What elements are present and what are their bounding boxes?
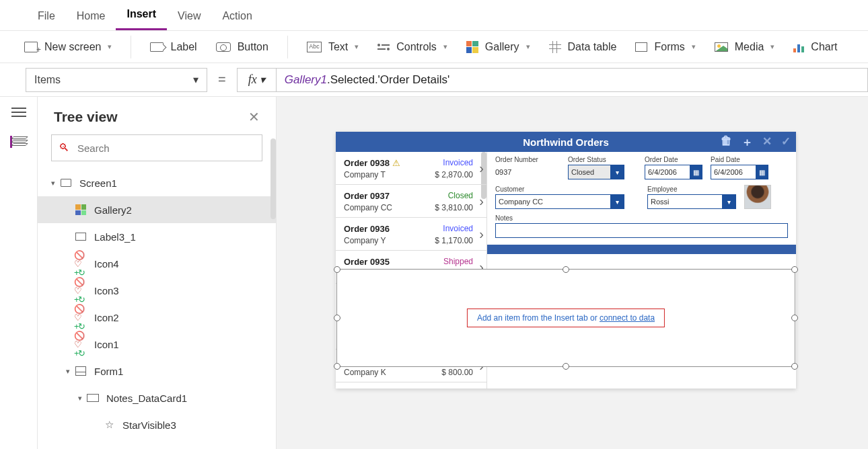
label-icon (150, 42, 164, 52)
calendar-icon: ▦ (756, 165, 768, 179)
label-button[interactable]: Label (150, 41, 196, 53)
text-dropdown[interactable]: Abc Text ▾ (307, 41, 359, 53)
resize-handle[interactable] (334, 363, 340, 370)
order-status-select[interactable]: Closed▾ (568, 165, 624, 179)
employee-select[interactable]: Rossi▾ (647, 194, 736, 209)
chevron-down-icon: ▾ (526, 42, 530, 51)
resize-handle[interactable] (334, 266, 340, 273)
text-icon: Abc (307, 42, 322, 52)
resize-handle[interactable] (791, 315, 798, 321)
label-icon (74, 233, 87, 241)
order-item[interactable]: Order 0936InvoicedCompany Y$ 1,170.00› (336, 218, 486, 251)
iconp-icon: 🚫♡+↻ (74, 251, 87, 277)
new-screen-button[interactable]: + New screen ▾ (24, 41, 112, 53)
connect-to-data-link[interactable]: connect to data (600, 313, 655, 323)
chevron-right-icon: › (479, 161, 484, 176)
resize-handle[interactable] (563, 363, 569, 370)
empty-gallery-message[interactable]: Add an item from the Insert tab or conne… (467, 309, 665, 327)
plus-icon[interactable]: ＋ (742, 134, 753, 150)
tree-item-icon2[interactable]: 🚫♡+↻Icon2 (38, 304, 276, 331)
order-item[interactable]: Order 0938⚠InvoicedCompany T$ 2,870.00› (336, 152, 486, 185)
button-icon (216, 42, 231, 52)
tree-item-label3_1[interactable]: Label3_1 (38, 223, 276, 250)
trash-icon[interactable]: 🗑 (721, 134, 732, 150)
order-item[interactable]: Order 0937ClosedCompany CC$ 3,810.00› (336, 185, 486, 218)
selected-gallery[interactable]: Add an item from the Insert tab or conne… (336, 269, 795, 367)
gallery-dropdown[interactable]: Gallery ▾ (466, 41, 530, 53)
tree-item-label: Icon2 (94, 312, 119, 323)
menu-bar: File Home Insert View Action (0, 0, 868, 31)
formula-input[interactable]: Gallery1.Selected.'Order Details' (276, 68, 868, 92)
tree-item-starvisible3[interactable]: ☆StarVisible3 (38, 411, 276, 438)
menu-insert[interactable]: Insert (116, 1, 167, 30)
separator (287, 36, 288, 58)
new-screen-label: New screen (44, 41, 101, 53)
cancel-icon[interactable]: ✕ (762, 134, 772, 150)
media-dropdown[interactable]: Media ▾ (715, 41, 775, 53)
notes-label: Notes (495, 214, 788, 222)
check-icon[interactable]: ✓ (781, 134, 791, 150)
order-date-input[interactable]: 6/4/2006▦ (645, 165, 702, 179)
fx-button[interactable]: fx ▾ (237, 68, 276, 92)
chevron-right-icon: › (479, 227, 484, 242)
menu-file[interactable]: File (27, 3, 66, 30)
data-table-label: Data table (568, 41, 617, 53)
notes-input[interactable] (495, 223, 788, 238)
order-id: Order 0935 (344, 257, 390, 267)
close-icon[interactable]: ✕ (248, 109, 260, 125)
order-date-value: 6/4/2006 (648, 168, 677, 176)
order-amount: $ 1,170.00 (435, 236, 473, 245)
tree-item-label: Icon1 (94, 339, 119, 350)
detail-form: Order Number 0937 Order Status Closed▾ O (487, 152, 796, 245)
paid-date-input[interactable]: 6/4/2006▦ (711, 165, 768, 179)
order-number-label: Order Number (495, 156, 560, 163)
customer-select[interactable]: Company CC▾ (495, 194, 624, 209)
chevron-down-icon: ▾ (355, 42, 359, 51)
tree-search[interactable]: 🔍︎ (51, 134, 262, 161)
order-status-label: Order Status (568, 156, 624, 163)
hamburger-icon[interactable] (11, 108, 26, 117)
iconp-icon: 🚫♡+↻ (74, 331, 87, 358)
tree-item-gallery2[interactable]: Gallery2 (38, 196, 276, 223)
canvas[interactable]: Northwind Orders 🗑 ＋ ✕ ✓ Order 0938⚠Invo… (277, 97, 868, 449)
resize-handle[interactable] (791, 266, 798, 273)
screen-icon (59, 179, 73, 187)
gallery-icon (466, 41, 478, 53)
chevron-down-icon: ▾ (443, 42, 447, 51)
resize-handle[interactable] (334, 315, 340, 321)
chevron-down-icon: ▾ (722, 195, 735, 208)
caret-icon: ▾ (77, 394, 83, 403)
fx-label: fx (248, 73, 257, 87)
caret-icon: ▾ (65, 367, 71, 376)
order-id: Order 0938 (344, 158, 390, 168)
form-icon (74, 366, 87, 376)
button-button[interactable]: Button (216, 41, 268, 53)
resize-handle[interactable] (791, 363, 798, 370)
employee-label: Employee (647, 186, 736, 193)
search-input[interactable] (76, 142, 255, 155)
charts-dropdown[interactable]: Chart (793, 41, 837, 53)
menu-action[interactable]: Action (211, 3, 262, 30)
controls-dropdown[interactable]: Controls ▾ (377, 41, 447, 53)
tree-item-icon3[interactable]: 🚫♡+↻Icon3 (38, 277, 276, 304)
gallery-icon (74, 204, 87, 215)
order-company: Company CC (344, 203, 392, 212)
tree-item-screen1[interactable]: ▾Screen1 (38, 169, 276, 196)
tree-scrollbar[interactable] (270, 138, 276, 219)
tree-item-notes_datacard1[interactable]: ▾Notes_DataCard1 (38, 384, 276, 411)
forms-dropdown[interactable]: Forms ▾ (635, 41, 695, 53)
menu-home[interactable]: Home (66, 3, 116, 30)
tree-item-icon1[interactable]: 🚫♡+↻Icon1 (38, 331, 276, 358)
tree-item-form1[interactable]: ▾Form1 (38, 358, 276, 384)
paid-date-label: Paid Date (711, 156, 768, 163)
tree-view-rail-button[interactable] (10, 136, 25, 148)
iconp-icon: 🚫♡+↻ (74, 304, 87, 331)
tree-item-icon4[interactable]: 🚫♡+↻Icon4 (38, 250, 276, 277)
menu-view[interactable]: View (167, 3, 211, 30)
gallery-label: Gallery (485, 41, 519, 53)
media-icon (715, 42, 728, 52)
form-icon (635, 42, 647, 52)
resize-handle[interactable] (563, 266, 569, 273)
property-selector[interactable]: Items ▾ (26, 68, 207, 92)
data-table-button[interactable]: Data table (549, 41, 617, 53)
